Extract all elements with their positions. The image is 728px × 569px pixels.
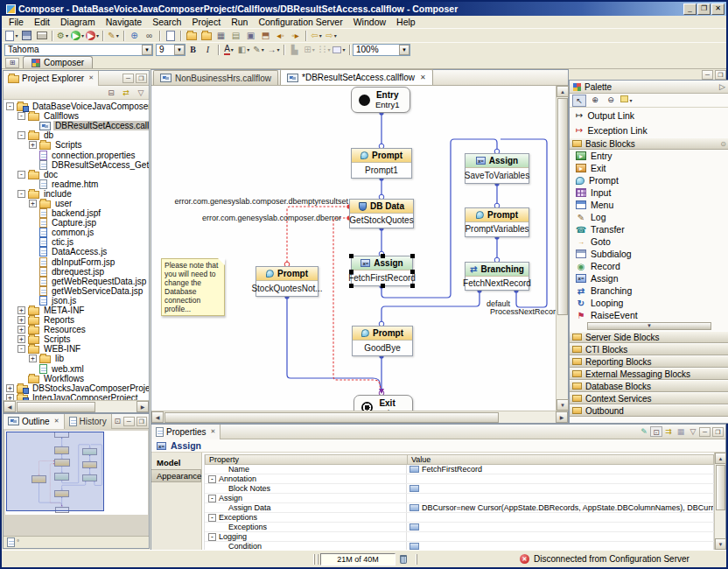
palette-item-entry[interactable]: ▸Entry bbox=[570, 150, 728, 162]
tree-expander-icon[interactable]: - bbox=[18, 190, 25, 198]
property-value-cell[interactable] bbox=[407, 494, 714, 502]
tree-item[interactable]: dbrequest.jsp bbox=[4, 267, 149, 277]
tree-expander-icon[interactable]: - bbox=[18, 131, 25, 139]
forward-button[interactable]: ⇨▾ bbox=[324, 29, 339, 42]
font-color-button[interactable]: A▾ bbox=[221, 43, 236, 56]
callflow-canvas[interactable]: Please note that you will need to change… bbox=[151, 86, 556, 411]
minimize-window-button[interactable]: _ bbox=[683, 4, 696, 15]
new-workflow-button[interactable] bbox=[199, 29, 214, 42]
tree-expander-icon[interactable]: - bbox=[18, 345, 25, 353]
size-combo-arrow-icon[interactable]: ▼ bbox=[174, 45, 185, 55]
zoom-combo[interactable]: 100%▼ bbox=[353, 44, 410, 56]
property-row[interactable]: NameFetchFirstRecord bbox=[205, 465, 714, 474]
grid-tool-button[interactable]: ▦ bbox=[214, 29, 228, 42]
tree-item[interactable]: web.xml bbox=[4, 364, 149, 374]
palette-collapse-icon[interactable]: ▷ bbox=[719, 82, 725, 91]
run-garbage-collector-button[interactable] bbox=[396, 552, 410, 565]
align-left-button[interactable]: ▙ bbox=[287, 43, 302, 56]
menu-edit[interactable]: Edit bbox=[29, 17, 55, 27]
tree-item[interactable]: backend.jspf bbox=[4, 208, 149, 218]
menu-window[interactable]: Window bbox=[348, 17, 391, 27]
property-row[interactable]: -Assign bbox=[205, 494, 714, 503]
tree-item[interactable]: DBResultSetAccess.callflow bbox=[4, 121, 149, 130]
palette-scroll-down[interactable]: ▼ bbox=[587, 322, 711, 330]
block-goodbye[interactable]: PromptGoodBye bbox=[352, 326, 413, 356]
tree-item[interactable]: +lib bbox=[4, 354, 149, 363]
palette-item-output-link[interactable]: ↦Output Link bbox=[570, 108, 728, 123]
menu-run[interactable]: Run bbox=[226, 17, 253, 27]
palette-item-raiseevent[interactable]: ⚑RaiseEvent bbox=[570, 309, 728, 321]
profile-button[interactable]: ▶▾ bbox=[85, 29, 100, 42]
selection-handle[interactable] bbox=[410, 254, 415, 258]
palette-item-exit[interactable]: ▸Exit bbox=[570, 162, 728, 174]
font-family-combo[interactable]: Tahoma▼ bbox=[4, 44, 153, 56]
tree-expander-icon[interactable]: - bbox=[18, 171, 25, 179]
property-row[interactable]: Exceptions bbox=[205, 523, 714, 532]
palette-item-branching[interactable]: ⇄Branching bbox=[570, 284, 728, 297]
tab-outline[interactable]: Outline ✕ bbox=[4, 414, 65, 429]
close-outline-icon[interactable]: ✕ bbox=[54, 418, 60, 425]
selection-handle[interactable] bbox=[410, 270, 415, 274]
property-value-cell[interactable] bbox=[407, 513, 714, 522]
zoom-out-tool-button[interactable]: ⊖ bbox=[604, 95, 618, 107]
tree-expander-icon[interactable]: + bbox=[6, 384, 14, 392]
property-value-cell[interactable]: DBCursor=new Cursor(AppState.DBRecords, … bbox=[407, 503, 714, 512]
scroll-left-icon[interactable]: ◀ bbox=[4, 401, 16, 412]
tree-expander-icon[interactable]: - bbox=[18, 112, 25, 120]
editor-maximize-button[interactable]: ❐ bbox=[715, 70, 726, 80]
outline-maximize-button[interactable]: ❐ bbox=[136, 417, 147, 426]
property-value-cell[interactable] bbox=[407, 523, 714, 531]
palette-section-reporting-blocks[interactable]: Reporting Blocks bbox=[570, 355, 728, 368]
new-button[interactable]: ▾ bbox=[4, 29, 19, 42]
close-tab-icon[interactable]: ✕ bbox=[420, 74, 426, 81]
menu-configuration-server[interactable]: Configuration Server bbox=[253, 17, 347, 27]
bold-button[interactable]: B bbox=[186, 43, 200, 56]
property-row[interactable]: Assign DataDBCursor=new Cursor(AppState.… bbox=[205, 503, 714, 513]
editor-minimize-button[interactable]: ─ bbox=[702, 70, 713, 80]
font-combo-arrow-icon[interactable]: ▼ bbox=[142, 45, 152, 55]
palette-item-subdialog[interactable]: Subdialog bbox=[570, 248, 728, 260]
explorer-hscrollbar[interactable]: ◀ ▶ bbox=[4, 400, 149, 412]
palette-item-exception-link[interactable]: ↦Exception Link bbox=[570, 123, 728, 137]
open-perspective-button[interactable]: ⊞ bbox=[5, 58, 19, 68]
tree-item[interactable]: +Resources bbox=[4, 325, 149, 334]
property-value-cell[interactable]: FetchFirstRecord bbox=[407, 465, 714, 474]
outline-mode-button[interactable]: ⊡ bbox=[112, 416, 123, 426]
selection-handle[interactable] bbox=[349, 254, 354, 258]
italic-button[interactable]: I bbox=[200, 43, 215, 56]
properties-menu-icon[interactable]: ▽ bbox=[687, 426, 699, 437]
search-button[interactable]: ∞ bbox=[142, 29, 157, 42]
edit-property-button[interactable]: ✎ bbox=[638, 426, 650, 437]
snap-grid-button[interactable]: ⊞▾ bbox=[302, 43, 317, 56]
tree-item[interactable]: dbInputForm.jsp bbox=[4, 257, 149, 267]
zoom-combo-arrow-icon[interactable]: ▼ bbox=[399, 45, 410, 55]
palette-section-external-messaging-blocks[interactable]: External Messaging Blocks bbox=[570, 368, 728, 380]
tree-item[interactable]: -include bbox=[4, 189, 149, 199]
tree-item[interactable]: common.js bbox=[4, 228, 149, 237]
selection-handle[interactable] bbox=[349, 284, 354, 288]
palette-item-input[interactable]: Input bbox=[570, 186, 728, 199]
close-window-button[interactable]: ✕ bbox=[711, 4, 724, 15]
selection-handle[interactable] bbox=[381, 284, 385, 288]
tree-item[interactable]: connection.properties bbox=[4, 150, 149, 159]
palette-item-prompt[interactable]: Prompt bbox=[570, 174, 728, 186]
canvas-hscrollbar[interactable]: ◀ ▶ bbox=[151, 411, 568, 423]
tree-item[interactable]: getWebRequestData.jsp bbox=[4, 277, 149, 286]
tree-item[interactable]: +META-INF bbox=[4, 306, 149, 315]
run-button[interactable]: ▶▾ bbox=[70, 29, 85, 42]
tree-expander-icon[interactable]: + bbox=[18, 335, 25, 343]
group-expander-icon[interactable]: - bbox=[208, 514, 216, 522]
collapse-all-button[interactable]: ⊟ bbox=[105, 88, 117, 98]
selection-handle[interactable] bbox=[381, 254, 385, 258]
tree-item[interactable]: -doc bbox=[4, 170, 149, 179]
canvas-vscrollbar[interactable]: ▲ ▼ bbox=[556, 86, 568, 411]
tree-item[interactable]: +DBStocksJavaComposerProject bbox=[4, 383, 149, 393]
upload-button[interactable]: ⬒ bbox=[258, 29, 273, 42]
pin-view-button[interactable]: ⊡ bbox=[650, 426, 662, 437]
sticky-note[interactable]: Please note that you will need to change… bbox=[161, 258, 225, 316]
editor-tab[interactable]: NonBusinessHrs.callflow bbox=[153, 70, 278, 85]
palette-item-record[interactable]: ◉Record bbox=[570, 260, 728, 272]
distribute-button[interactable]: ᎒᎒▾ bbox=[317, 43, 332, 56]
properties-vscrollbar[interactable]: ▲ ▼ bbox=[714, 453, 725, 550]
property-row[interactable]: Block Notes bbox=[205, 484, 714, 494]
